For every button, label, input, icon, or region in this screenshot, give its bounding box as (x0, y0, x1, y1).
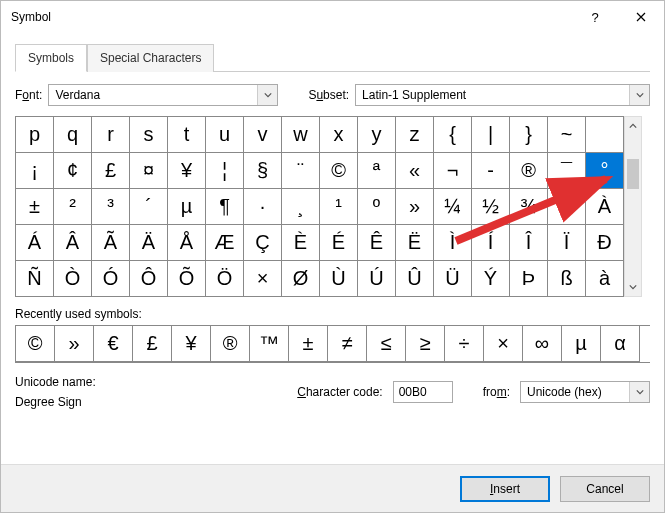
symbol-cell[interactable]: ¾ (510, 189, 548, 225)
symbol-cell[interactable]: ² (54, 189, 92, 225)
symbol-cell[interactable]: r (92, 117, 130, 153)
symbol-cell[interactable]: s (130, 117, 168, 153)
symbol-cell[interactable]: ß (548, 261, 586, 297)
symbol-cell[interactable]: Ò (54, 261, 92, 297)
symbol-cell[interactable]: ¡ (16, 153, 54, 189)
symbol-cell[interactable]: ¥ (168, 153, 206, 189)
symbol-cell[interactable]: ¶ (206, 189, 244, 225)
symbol-cell[interactable]: z (396, 117, 434, 153)
recent-symbol-cell[interactable]: © (16, 326, 55, 362)
tab-symbols[interactable]: Symbols (15, 44, 87, 72)
symbol-cell[interactable]: w (282, 117, 320, 153)
symbol-cell[interactable]: Â (54, 225, 92, 261)
symbol-cell[interactable]: Æ (206, 225, 244, 261)
symbol-cell[interactable]: t (168, 117, 206, 153)
symbol-cell[interactable] (586, 117, 624, 153)
symbol-cell[interactable]: ¼ (434, 189, 472, 225)
symbol-cell[interactable]: Ý (472, 261, 510, 297)
symbol-cell[interactable]: Þ (510, 261, 548, 297)
symbol-cell[interactable]: ¬ (434, 153, 472, 189)
symbol-cell[interactable]: ° (586, 153, 624, 189)
symbol-cell[interactable]: ¹ (320, 189, 358, 225)
symbol-cell[interactable]: Ö (206, 261, 244, 297)
symbol-cell[interactable]: Ñ (16, 261, 54, 297)
symbol-cell[interactable]: Í (472, 225, 510, 261)
symbol-cell[interactable]: ¯ (548, 153, 586, 189)
help-button[interactable]: ? (572, 1, 618, 33)
symbol-cell[interactable]: Á (16, 225, 54, 261)
symbol-cell[interactable]: ª (358, 153, 396, 189)
symbol-cell[interactable]: ¦ (206, 153, 244, 189)
symbol-cell[interactable]: Ä (130, 225, 168, 261)
cancel-button[interactable]: Cancel (560, 476, 650, 502)
scroll-down-button[interactable] (625, 278, 641, 296)
symbol-cell[interactable]: ³ (92, 189, 130, 225)
symbol-cell[interactable]: ~ (548, 117, 586, 153)
scroll-thumb[interactable] (627, 159, 639, 189)
symbol-cell[interactable]: Ï (548, 225, 586, 261)
recent-symbol-cell[interactable]: ≤ (367, 326, 406, 362)
from-combobox[interactable]: Unicode (hex) (520, 381, 650, 403)
character-code-input[interactable] (393, 381, 453, 403)
symbol-cell[interactable]: y (358, 117, 396, 153)
recent-symbol-cell[interactable]: » (55, 326, 94, 362)
symbol-cell[interactable]: · (244, 189, 282, 225)
symbol-cell[interactable]: ¤ (130, 153, 168, 189)
symbol-cell[interactable]: Û (396, 261, 434, 297)
symbol-cell[interactable]: Ú (358, 261, 396, 297)
tab-special-characters[interactable]: Special Characters (87, 44, 214, 72)
symbol-cell[interactable]: È (282, 225, 320, 261)
symbol-cell[interactable]: } (510, 117, 548, 153)
symbol-cell[interactable]: µ (168, 189, 206, 225)
symbol-cell[interactable]: « (396, 153, 434, 189)
symbol-cell[interactable]: ´ (130, 189, 168, 225)
symbol-cell[interactable]: Ç (244, 225, 282, 261)
symbol-cell[interactable]: Ì (434, 225, 472, 261)
symbol-cell[interactable]: ¨ (282, 153, 320, 189)
symbol-cell[interactable]: © (320, 153, 358, 189)
scroll-track[interactable] (625, 135, 641, 278)
recent-symbol-cell[interactable]: ≠ (328, 326, 367, 362)
recent-symbol-cell[interactable]: € (94, 326, 133, 362)
symbol-cell[interactable]: v (244, 117, 282, 153)
symbol-cell[interactable]: { (434, 117, 472, 153)
recent-symbol-cell[interactable]: ™ (250, 326, 289, 362)
close-button[interactable] (618, 1, 664, 33)
symbol-cell[interactable]: Ô (130, 261, 168, 297)
symbol-cell[interactable]: ¸ (282, 189, 320, 225)
recent-symbol-cell[interactable]: ÷ (445, 326, 484, 362)
scroll-up-button[interactable] (625, 117, 641, 135)
symbol-cell[interactable]: Õ (168, 261, 206, 297)
symbol-cell[interactable]: Å (168, 225, 206, 261)
symbol-cell[interactable]: Ã (92, 225, 130, 261)
symbol-cell[interactable]: à (586, 261, 624, 297)
symbol-cell[interactable]: p (16, 117, 54, 153)
symbol-cell[interactable]: - (472, 153, 510, 189)
recent-symbol-cell[interactable]: × (484, 326, 523, 362)
subset-combobox[interactable]: Latin-1 Supplement (355, 84, 650, 106)
symbol-cell[interactable]: Ø (282, 261, 320, 297)
symbol-cell[interactable]: º (358, 189, 396, 225)
symbol-cell[interactable]: À (586, 189, 624, 225)
symbol-cell[interactable]: Ð (586, 225, 624, 261)
recent-symbol-cell[interactable]: α (601, 326, 640, 362)
recent-symbol-cell[interactable]: ≥ (406, 326, 445, 362)
insert-button[interactable]: Insert (460, 476, 550, 502)
symbol-cell[interactable]: x (320, 117, 358, 153)
recent-symbol-cell[interactable]: ® (211, 326, 250, 362)
recent-symbol-cell[interactable]: ¥ (172, 326, 211, 362)
symbol-cell[interactable]: Ó (92, 261, 130, 297)
symbol-cell[interactable]: Ê (358, 225, 396, 261)
symbol-cell[interactable]: | (472, 117, 510, 153)
symbol-cell[interactable]: Ë (396, 225, 434, 261)
recent-symbol-cell[interactable]: £ (133, 326, 172, 362)
symbol-cell[interactable]: ® (510, 153, 548, 189)
symbol-cell[interactable]: q (54, 117, 92, 153)
recent-symbol-cell[interactable]: µ (562, 326, 601, 362)
symbol-cell[interactable]: Î (510, 225, 548, 261)
symbol-cell[interactable]: ¿ (548, 189, 586, 225)
recent-symbol-cell[interactable]: ± (289, 326, 328, 362)
symbol-cell[interactable]: ¢ (54, 153, 92, 189)
symbol-cell[interactable]: Ü (434, 261, 472, 297)
symbol-cell[interactable]: Ù (320, 261, 358, 297)
